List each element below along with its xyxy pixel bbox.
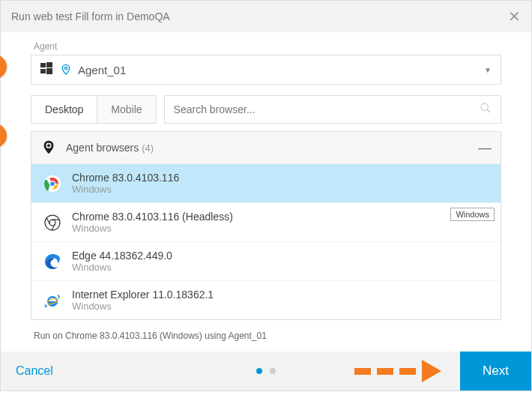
tab-desktop[interactable]: Desktop xyxy=(31,96,97,123)
step-dot-1 xyxy=(256,368,262,374)
group-count: (4) xyxy=(142,142,154,154)
windows-icon xyxy=(40,62,52,77)
agent-selected-value: Agent_01 xyxy=(78,64,126,76)
browser-row-ie[interactable]: Internet Explorer 11.0.18362.1 Windows xyxy=(31,281,501,319)
chrome-outline-icon xyxy=(43,214,61,232)
edge-icon xyxy=(43,253,61,271)
search-container xyxy=(164,95,501,124)
close-icon[interactable]: ✕ xyxy=(508,7,521,25)
svg-rect-2 xyxy=(40,69,46,73)
svg-rect-0 xyxy=(40,63,46,67)
collapse-icon[interactable]: — xyxy=(478,140,492,156)
gear-pin-icon xyxy=(40,139,57,156)
cancel-button[interactable]: Cancel xyxy=(16,364,53,378)
browser-list: Agent browsers (4) — Chrome 83.0.4103.11… xyxy=(31,131,501,320)
step-indicator xyxy=(256,368,276,374)
browser-row-edge[interactable]: Edge 44.18362.449.0 Windows xyxy=(31,242,501,281)
svg-point-8 xyxy=(47,144,50,147)
svg-line-6 xyxy=(487,109,490,112)
svg-rect-1 xyxy=(46,62,52,67)
svg-point-5 xyxy=(481,103,488,110)
browser-os: Windows xyxy=(72,262,172,273)
svg-rect-3 xyxy=(46,68,52,74)
chrome-icon xyxy=(43,175,61,193)
search-icon xyxy=(480,102,492,117)
platform-tabs: Desktop Mobile xyxy=(31,95,157,124)
svg-line-19 xyxy=(46,217,50,224)
dialog-titlebar: Run web test Fill form in DemoQA ✕ xyxy=(1,1,531,32)
tab-mobile[interactable]: Mobile xyxy=(97,96,155,123)
browser-name: Chrome 83.0.4103.116 xyxy=(72,172,179,184)
browser-name: Chrome 83.0.4103.116 (Headless) xyxy=(72,211,233,223)
browser-name: Internet Explorer 11.0.18362.1 xyxy=(72,289,214,301)
chevron-down-icon: ▼ xyxy=(484,66,492,74)
browser-os: Windows xyxy=(72,301,214,312)
browser-row-chrome-headless[interactable]: Chrome 83.0.4103.116 (Headless) Windows … xyxy=(31,203,501,242)
browser-os: Windows xyxy=(72,184,179,195)
agent-dropdown[interactable]: Agent_01 ▼ xyxy=(31,55,501,85)
tooltip-windows: Windows xyxy=(450,208,495,221)
svg-point-4 xyxy=(64,67,67,69)
group-header[interactable]: Agent browsers (4) — xyxy=(31,132,501,164)
browser-os: Windows xyxy=(72,223,233,234)
status-line: Run on Chrome 83.0.4103.116 (Windows) us… xyxy=(34,331,501,341)
step-dot-2 xyxy=(270,368,276,374)
location-pin-icon xyxy=(60,64,72,76)
dialog-title: Run web test Fill form in DemoQA xyxy=(11,10,170,22)
dialog-footer: Cancel Next xyxy=(1,352,531,391)
search-input[interactable] xyxy=(174,103,480,115)
browser-name: Edge 44.18362.449.0 xyxy=(72,250,172,262)
arrow-annotation xyxy=(354,360,441,382)
browser-row-chrome[interactable]: Chrome 83.0.4103.116 Windows xyxy=(31,164,501,203)
agent-label: Agent xyxy=(34,41,501,52)
group-label: Agent browsers xyxy=(66,142,139,154)
callout-1: 1 xyxy=(0,55,7,79)
callout-2: 2 xyxy=(0,124,7,148)
ie-icon xyxy=(43,292,61,310)
next-button[interactable]: Next xyxy=(460,352,531,391)
